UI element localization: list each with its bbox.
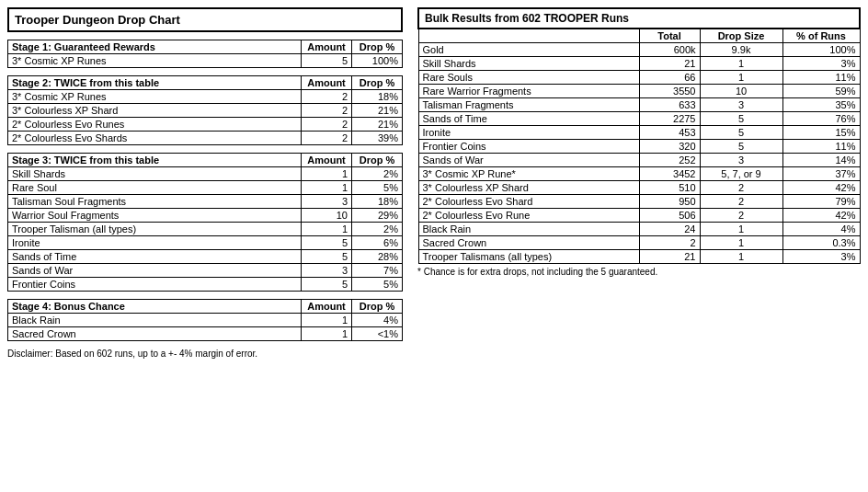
table-row: Frontier Coins 320 5 11% [418,140,860,154]
row-dropsize: 1 [700,71,782,85]
table-row: Sands of Time 2275 5 76% [418,112,860,126]
row-label: Sands of Time [418,112,639,126]
table-row: Gold 600k 9.9k 100% [418,43,860,57]
row-dropsize: 3 [700,98,782,112]
row-dropsize: 3 [700,154,782,167]
row-drop: 21% [352,118,403,132]
table-row: Warrior Soul Fragments 10 29% [8,209,403,223]
footnote: * Chance is for extra drops, not includi… [417,267,861,277]
row-label: Gold [418,43,639,57]
row-label: Sacred Crown [8,327,302,341]
row-amount: 2 [302,104,352,118]
row-label: 3* Cosmic XP Runes [8,90,302,104]
table-row: Rare Warrior Fragments 3550 10 59% [418,85,860,98]
table-row: Skill Shards 1 2% [8,167,403,181]
table-row: Sacred Crown 2 1 0.3% [418,236,860,250]
row-drop: 18% [352,195,403,209]
row-dropsize: 9.9k [700,43,782,57]
stage4-block: Stage 4: Bonus Chance Amount Drop % Blac… [7,299,403,341]
stage2-block: Stage 2: TWICE from this table Amount Dr… [7,75,403,145]
row-label: 3* Colourless XP Shard [418,181,639,195]
stage3-block: Stage 3: TWICE from this table Amount Dr… [7,153,403,292]
row-pct: 76% [782,112,860,126]
stage4-table: Stage 4: Bonus Chance Amount Drop % Blac… [7,299,403,341]
row-pct: 15% [782,126,860,140]
right-col-item [418,29,639,43]
row-total: 2275 [639,112,700,126]
right-col-total: Total [639,29,700,43]
row-pct: 11% [782,140,860,154]
stage3-table: Stage 3: TWICE from this table Amount Dr… [7,153,403,292]
stage1-col-drop: Drop % [352,40,403,54]
table-row: 2* Colourless Evo Shards 2 39% [8,132,403,145]
row-drop: 29% [352,209,403,223]
table-row: Sacred Crown 1 <1% [8,327,403,341]
row-dropsize: 1 [700,57,782,71]
table-row: 2* Colourless Evo Shard 950 2 79% [418,195,860,209]
row-drop: 5% [352,278,403,292]
stage4-col-amount: Amount [302,300,352,314]
table-row: Trooper Talisman (all types) 1 2% [8,223,403,236]
row-label: Frontier Coins [8,278,302,292]
table-row: Rare Souls 66 1 11% [418,71,860,85]
row-total: 24 [639,223,700,236]
row-pct: 42% [782,209,860,223]
stage1-col-amount: Amount [302,40,352,54]
row-total: 633 [639,98,700,112]
main-title: Trooper Dungeon Drop Chart [7,7,403,32]
table-row: Skill Shards 21 1 3% [418,57,860,71]
right-title: Bulk Results from 602 TROOPER Runs [418,8,860,29]
row-total: 21 [639,57,700,71]
row-pct: 42% [782,181,860,195]
row-label: 2* Colourless Evo Shards [8,132,302,145]
row-label: Ironite [418,126,639,140]
row-total: 2 [639,236,700,250]
row-label: Rare Souls [418,71,639,85]
row-amount: 1 [302,223,352,236]
main-container: Trooper Dungeon Drop Chart Stage 1: Guar… [7,7,861,359]
row-total: 66 [639,71,700,85]
bulk-results-table: Bulk Results from 602 TROOPER Runs Total… [417,7,861,264]
row-label: 3* Cosmic XP Rune* [418,167,639,181]
row-amount: 1 [302,181,352,195]
table-row: Sands of Time 5 28% [8,250,403,264]
table-row: Black Rain 1 4% [8,314,403,327]
row-drop: 100% [352,54,403,68]
row-total: 320 [639,140,700,154]
table-row: 3* Colourless XP Shard 510 2 42% [418,181,860,195]
row-label: 2* Colourless Evo Runes [8,118,302,132]
stage2-col-amount: Amount [302,76,352,90]
row-label: Rare Warrior Fragments [418,85,639,98]
row-label: Rare Soul [8,181,302,195]
left-panel: Trooper Dungeon Drop Chart Stage 1: Guar… [7,7,403,359]
table-row: Black Rain 24 1 4% [418,223,860,236]
row-amount: 2 [302,90,352,104]
row-label: Frontier Coins [418,140,639,154]
row-drop: 39% [352,132,403,145]
row-dropsize: 2 [700,195,782,209]
row-dropsize: 5 [700,112,782,126]
row-pct: 3% [782,57,860,71]
row-pct: 35% [782,98,860,112]
row-label: Trooper Talismans (all types) [418,250,639,264]
right-col-dropsize: Drop Size [700,29,782,43]
row-label: Black Rain [8,314,302,327]
row-dropsize: 5 [700,140,782,154]
row-pct: 14% [782,154,860,167]
row-amount: 3 [302,195,352,209]
stage4-col-drop: Drop % [352,300,403,314]
row-dropsize: 2 [700,181,782,195]
row-pct: 59% [782,85,860,98]
row-total: 252 [639,154,700,167]
row-drop: 6% [352,236,403,250]
table-row: 3* Cosmic XP Runes 5 100% [8,54,403,68]
row-amount: 5 [302,278,352,292]
table-row: Trooper Talismans (all types) 21 1 3% [418,250,860,264]
row-amount: 10 [302,209,352,223]
table-row: Ironite 5 6% [8,236,403,250]
row-amount: 2 [302,132,352,145]
row-label: Skill Shards [8,167,302,181]
row-drop: <1% [352,327,403,341]
row-label: 3* Colourless XP Shard [8,104,302,118]
row-label: Ironite [8,236,302,250]
